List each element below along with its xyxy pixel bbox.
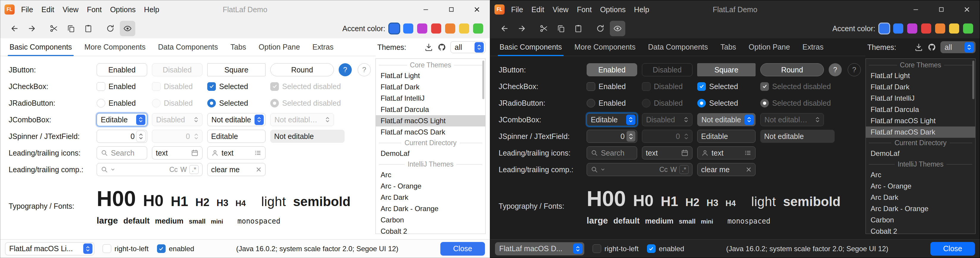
theme-item[interactable]: DemoLaf <box>866 148 975 159</box>
menu-edit[interactable]: Edit <box>531 5 544 14</box>
tab-option-pane[interactable]: Option Pane <box>743 43 796 56</box>
theme-item[interactable]: Arc <box>376 169 485 180</box>
accent-swatch-orange[interactable] <box>445 24 455 33</box>
minimize-button[interactable] <box>413 0 439 19</box>
theme-item[interactable]: Arc - Orange <box>866 180 975 192</box>
accent-swatch-red[interactable] <box>431 24 441 33</box>
textfield-input[interactable] <box>701 132 752 141</box>
menu-file[interactable]: File <box>21 5 33 14</box>
show-hidden-toggle-button[interactable] <box>610 21 625 36</box>
cut-button[interactable] <box>536 21 552 36</box>
search-input[interactable] <box>111 149 143 157</box>
accent-swatch-yellow[interactable] <box>459 24 469 33</box>
minimize-button[interactable] <box>903 0 929 19</box>
close-window-button[interactable] <box>464 0 490 19</box>
theme-item[interactable]: Arc Dark <box>376 192 485 203</box>
right-to-left-checkbox[interactable]: right-to-left <box>593 244 639 253</box>
download-icon[interactable] <box>914 43 923 52</box>
list-icon[interactable] <box>254 149 262 157</box>
combobox-arrows-icon[interactable] <box>83 244 92 254</box>
tab-tabs[interactable]: Tabs <box>224 43 253 56</box>
not-editable-combobox[interactable]: Not editable <box>697 113 756 126</box>
refresh-button[interactable] <box>103 21 118 36</box>
menu-help[interactable]: Help <box>634 5 649 14</box>
accent-swatch-yellow[interactable] <box>949 24 959 33</box>
accent-swatch-orange[interactable] <box>935 24 945 33</box>
theme-item[interactable]: FlatLaf Darcula <box>866 104 975 115</box>
search-icon[interactable] <box>590 166 598 173</box>
enabled-checkbox[interactable]: enabled <box>647 244 684 253</box>
accent-swatch-purple[interactable] <box>907 24 917 33</box>
show-hidden-toggle-button[interactable] <box>120 21 135 36</box>
tab-basic-components[interactable]: Basic Components <box>493 43 568 56</box>
search-options-input[interactable] <box>608 165 657 174</box>
clearable-field[interactable] <box>697 163 756 176</box>
github-icon[interactable] <box>438 43 446 52</box>
round-button[interactable]: Round <box>270 63 334 76</box>
menu-options[interactable]: Options <box>110 5 135 14</box>
theme-item[interactable]: Arc Dark - Orange <box>376 203 485 214</box>
editable-textfield[interactable] <box>697 130 756 143</box>
radio-enabled[interactable]: Enabled <box>587 99 637 108</box>
close-window-button[interactable] <box>954 0 980 19</box>
forward-button[interactable] <box>514 21 530 36</box>
chevron-down-icon[interactable] <box>601 168 605 171</box>
accent-swatch-red[interactable] <box>921 24 931 33</box>
clear-icon[interactable] <box>256 166 262 173</box>
calendar-field[interactable] <box>152 146 202 160</box>
copy-button[interactable] <box>63 21 79 36</box>
theme-item[interactable]: FlatLaf IntelliJ <box>376 93 485 104</box>
editable-textfield[interactable] <box>207 130 266 143</box>
maximize-button[interactable] <box>439 0 464 19</box>
tab-more-components[interactable]: More Components <box>78 43 152 56</box>
accent-swatch-purple[interactable] <box>417 24 427 33</box>
theme-item[interactable]: FlatLaf Light <box>376 70 485 81</box>
regex-button[interactable]: .* <box>189 165 199 174</box>
spinner-arrows-icon[interactable] <box>627 131 635 142</box>
radio-selected[interactable]: Selected <box>697 99 756 108</box>
combobox-input[interactable] <box>101 116 134 124</box>
menu-font[interactable]: Font <box>87 5 102 14</box>
regex-button[interactable]: .* <box>679 165 689 174</box>
themes-filter-combobox[interactable]: all <box>940 41 975 53</box>
theme-item[interactable]: Carbon <box>866 214 975 226</box>
copy-button[interactable] <box>553 21 569 36</box>
menu-help[interactable]: Help <box>144 5 159 14</box>
tab-basic-components[interactable]: Basic Components <box>3 43 78 56</box>
chevron-down-icon[interactable] <box>111 168 115 171</box>
round-button[interactable]: Round <box>760 63 824 76</box>
accent-swatch-default[interactable] <box>389 24 399 33</box>
accent-swatch-green[interactable] <box>963 24 973 33</box>
tab-extras[interactable]: Extras <box>796 43 830 56</box>
menu-font[interactable]: Font <box>577 5 592 14</box>
checkbox-selected[interactable]: Selected <box>697 82 756 91</box>
combobox-arrows-icon[interactable] <box>964 42 974 52</box>
combobox-arrows-icon[interactable] <box>136 115 145 125</box>
user-input[interactable] <box>221 149 251 157</box>
search-options-field[interactable]: Cc W .* <box>97 163 202 176</box>
paste-button[interactable] <box>571 21 586 36</box>
calendar-input[interactable] <box>156 149 188 157</box>
search-options-field[interactable]: Cc W .* <box>587 163 692 176</box>
themes-list[interactable]: Core Themes FlatLaf Light FlatLaf Dark F… <box>865 59 975 234</box>
theme-item[interactable]: Cobalt 2 <box>866 226 975 234</box>
accent-swatch-green[interactable] <box>473 24 483 33</box>
theme-item-selected[interactable]: FlatLaf macOS Dark <box>866 127 975 138</box>
square-button[interactable]: Square <box>207 63 266 76</box>
calendar-icon[interactable] <box>681 149 689 157</box>
combobox-arrows-icon[interactable] <box>745 115 754 125</box>
enabled-checkbox[interactable]: enabled <box>157 244 194 253</box>
lookandfeel-combobox[interactable]: FlatLaf macOS D... <box>495 242 584 255</box>
search-field[interactable] <box>97 146 147 160</box>
spinner[interactable] <box>587 130 637 143</box>
back-button[interactable] <box>497 21 512 36</box>
enabled-button[interactable]: Enabled <box>587 63 637 76</box>
menu-view[interactable]: View <box>62 5 78 14</box>
theme-item[interactable]: Carbon <box>376 214 485 226</box>
cut-button[interactable] <box>46 21 62 36</box>
combobox-arrows-icon[interactable] <box>474 42 484 52</box>
maximize-button[interactable] <box>929 0 954 19</box>
combobox-arrows-icon[interactable] <box>573 244 582 254</box>
calendar-field[interactable] <box>642 146 692 160</box>
tab-more-components[interactable]: More Components <box>568 43 642 56</box>
